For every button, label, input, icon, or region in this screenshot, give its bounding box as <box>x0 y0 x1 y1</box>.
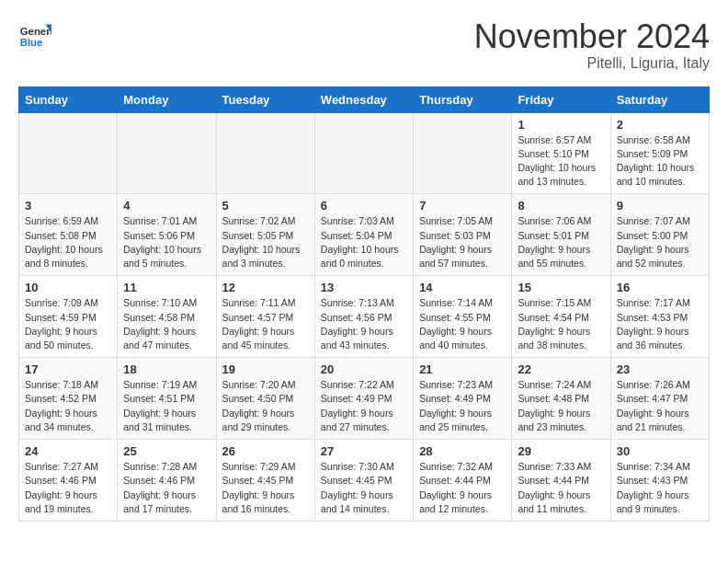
day-number: 12 <box>222 281 309 294</box>
day-number: 9 <box>617 199 703 213</box>
day-info: Sunrise: 7:05 AMSunset: 5:03 PMDaylight:… <box>419 214 506 270</box>
day-info: Sunrise: 7:01 AMSunset: 5:06 PMDaylight:… <box>123 214 210 270</box>
day-number: 10 <box>25 281 111 294</box>
weekday-header-friday: Friday <box>512 86 610 112</box>
calendar-week-5: 24Sunrise: 7:27 AMSunset: 4:46 PMDayligh… <box>19 440 710 522</box>
day-number: 8 <box>518 199 604 213</box>
day-number: 4 <box>123 199 210 213</box>
logo-icon: General Blue <box>18 18 51 52</box>
location-subtitle: Pitelli, Liguria, Italy <box>474 55 710 72</box>
calendar-table: SundayMondayTuesdayWednesdayThursdayFrid… <box>18 86 710 522</box>
calendar-cell: 30Sunrise: 7:34 AMSunset: 4:43 PMDayligh… <box>610 440 709 522</box>
day-info: Sunrise: 7:07 AMSunset: 5:00 PMDaylight:… <box>617 214 703 270</box>
day-number: 11 <box>123 281 210 294</box>
day-number: 13 <box>321 281 407 294</box>
day-info: Sunrise: 7:22 AMSunset: 4:49 PMDaylight:… <box>321 378 407 434</box>
calendar-cell: 21Sunrise: 7:23 AMSunset: 4:49 PMDayligh… <box>414 358 512 440</box>
day-info: Sunrise: 7:18 AMSunset: 4:52 PMDaylight:… <box>25 378 111 434</box>
weekday-header-sunday: Sunday <box>19 86 118 112</box>
calendar-cell: 9Sunrise: 7:07 AMSunset: 5:00 PMDaylight… <box>610 194 709 276</box>
day-number: 30 <box>617 444 703 458</box>
day-number: 3 <box>25 199 111 213</box>
day-info: Sunrise: 7:26 AMSunset: 4:47 PMDaylight:… <box>617 378 703 434</box>
month-title: November 2024 <box>474 18 710 55</box>
weekday-header-monday: Monday <box>118 86 216 112</box>
day-info: Sunrise: 7:19 AMSunset: 4:51 PMDaylight:… <box>123 378 210 434</box>
calendar-cell: 12Sunrise: 7:11 AMSunset: 4:57 PMDayligh… <box>216 276 314 358</box>
day-info: Sunrise: 6:58 AMSunset: 5:09 PMDaylight:… <box>617 133 703 190</box>
calendar-header-row: SundayMondayTuesdayWednesdayThursdayFrid… <box>19 86 710 112</box>
day-number: 18 <box>123 362 210 376</box>
day-info: Sunrise: 7:06 AMSunset: 5:01 PMDaylight:… <box>518 214 604 270</box>
day-number: 14 <box>419 281 506 294</box>
weekday-header-wednesday: Wednesday <box>314 86 413 112</box>
calendar-week-3: 10Sunrise: 7:09 AMSunset: 4:59 PMDayligh… <box>19 276 710 358</box>
calendar-cell <box>19 112 118 194</box>
calendar-cell: 8Sunrise: 7:06 AMSunset: 5:01 PMDaylight… <box>512 194 610 276</box>
day-info: Sunrise: 7:09 AMSunset: 4:59 PMDaylight:… <box>25 296 111 352</box>
weekday-header-tuesday: Tuesday <box>216 86 314 112</box>
calendar-week-1: 1Sunrise: 6:57 AMSunset: 5:10 PMDaylight… <box>19 112 710 194</box>
day-number: 15 <box>518 281 604 294</box>
calendar-cell: 27Sunrise: 7:30 AMSunset: 4:45 PMDayligh… <box>314 440 413 522</box>
logo: General Blue <box>18 18 51 52</box>
weekday-header-thursday: Thursday <box>414 86 512 112</box>
calendar-cell: 28Sunrise: 7:32 AMSunset: 4:44 PMDayligh… <box>414 440 512 522</box>
calendar-cell: 22Sunrise: 7:24 AMSunset: 4:48 PMDayligh… <box>512 358 610 440</box>
day-number: 16 <box>617 281 703 294</box>
calendar-cell: 7Sunrise: 7:05 AMSunset: 5:03 PMDaylight… <box>414 194 512 276</box>
calendar-cell: 5Sunrise: 7:02 AMSunset: 5:05 PMDaylight… <box>216 194 314 276</box>
day-number: 17 <box>25 362 111 376</box>
weekday-header-saturday: Saturday <box>610 86 709 112</box>
day-info: Sunrise: 7:32 AMSunset: 4:44 PMDaylight:… <box>419 460 506 516</box>
calendar-cell: 6Sunrise: 7:03 AMSunset: 5:04 PMDaylight… <box>314 194 413 276</box>
calendar-week-2: 3Sunrise: 6:59 AMSunset: 5:08 PMDaylight… <box>19 194 710 276</box>
page-header: General Blue November 2024 Pitelli, Ligu… <box>18 18 710 72</box>
day-info: Sunrise: 7:10 AMSunset: 4:58 PMDaylight:… <box>123 296 210 352</box>
day-info: Sunrise: 6:57 AMSunset: 5:10 PMDaylight:… <box>518 133 604 190</box>
calendar-cell: 16Sunrise: 7:17 AMSunset: 4:53 PMDayligh… <box>610 276 709 358</box>
day-number: 20 <box>321 362 407 376</box>
calendar-cell: 19Sunrise: 7:20 AMSunset: 4:50 PMDayligh… <box>216 358 314 440</box>
svg-text:General: General <box>20 26 51 37</box>
calendar-cell: 18Sunrise: 7:19 AMSunset: 4:51 PMDayligh… <box>118 358 216 440</box>
day-info: Sunrise: 7:34 AMSunset: 4:43 PMDaylight:… <box>617 460 703 516</box>
day-number: 7 <box>419 199 506 213</box>
day-number: 5 <box>222 199 309 213</box>
calendar-cell: 24Sunrise: 7:27 AMSunset: 4:46 PMDayligh… <box>19 440 118 522</box>
calendar-cell: 10Sunrise: 7:09 AMSunset: 4:59 PMDayligh… <box>19 276 118 358</box>
calendar-cell: 3Sunrise: 6:59 AMSunset: 5:08 PMDaylight… <box>19 194 118 276</box>
calendar-cell: 14Sunrise: 7:14 AMSunset: 4:55 PMDayligh… <box>414 276 512 358</box>
day-number: 6 <box>321 199 407 213</box>
day-info: Sunrise: 7:02 AMSunset: 5:05 PMDaylight:… <box>222 214 309 270</box>
calendar-cell: 29Sunrise: 7:33 AMSunset: 4:44 PMDayligh… <box>512 440 610 522</box>
day-info: Sunrise: 7:14 AMSunset: 4:55 PMDaylight:… <box>419 296 506 352</box>
day-info: Sunrise: 7:13 AMSunset: 4:56 PMDaylight:… <box>321 296 407 352</box>
day-info: Sunrise: 7:24 AMSunset: 4:48 PMDaylight:… <box>518 378 604 434</box>
calendar-cell <box>414 112 512 194</box>
day-info: Sunrise: 7:29 AMSunset: 4:45 PMDaylight:… <box>222 460 309 516</box>
calendar-cell: 11Sunrise: 7:10 AMSunset: 4:58 PMDayligh… <box>118 276 216 358</box>
day-number: 23 <box>617 362 703 376</box>
calendar-cell: 13Sunrise: 7:13 AMSunset: 4:56 PMDayligh… <box>314 276 413 358</box>
day-number: 29 <box>518 444 604 458</box>
calendar-cell: 17Sunrise: 7:18 AMSunset: 4:52 PMDayligh… <box>19 358 118 440</box>
day-number: 22 <box>518 362 604 376</box>
day-number: 19 <box>222 362 309 376</box>
day-info: Sunrise: 7:23 AMSunset: 4:49 PMDaylight:… <box>419 378 506 434</box>
day-info: Sunrise: 7:11 AMSunset: 4:57 PMDaylight:… <box>222 296 309 352</box>
day-info: Sunrise: 7:15 AMSunset: 4:54 PMDaylight:… <box>518 296 604 352</box>
calendar-cell: 20Sunrise: 7:22 AMSunset: 4:49 PMDayligh… <box>314 358 413 440</box>
calendar-cell: 25Sunrise: 7:28 AMSunset: 4:46 PMDayligh… <box>118 440 216 522</box>
calendar-cell: 2Sunrise: 6:58 AMSunset: 5:09 PMDaylight… <box>610 112 709 194</box>
day-info: Sunrise: 7:20 AMSunset: 4:50 PMDaylight:… <box>222 378 309 434</box>
calendar-cell <box>118 112 216 194</box>
calendar-cell <box>216 112 314 194</box>
day-number: 26 <box>222 444 309 458</box>
day-info: Sunrise: 7:28 AMSunset: 4:46 PMDaylight:… <box>123 460 210 516</box>
day-number: 21 <box>419 362 506 376</box>
calendar-cell: 4Sunrise: 7:01 AMSunset: 5:06 PMDaylight… <box>118 194 216 276</box>
calendar-cell: 1Sunrise: 6:57 AMSunset: 5:10 PMDaylight… <box>512 112 610 194</box>
day-info: Sunrise: 7:03 AMSunset: 5:04 PMDaylight:… <box>321 214 407 270</box>
calendar-cell: 23Sunrise: 7:26 AMSunset: 4:47 PMDayligh… <box>610 358 709 440</box>
